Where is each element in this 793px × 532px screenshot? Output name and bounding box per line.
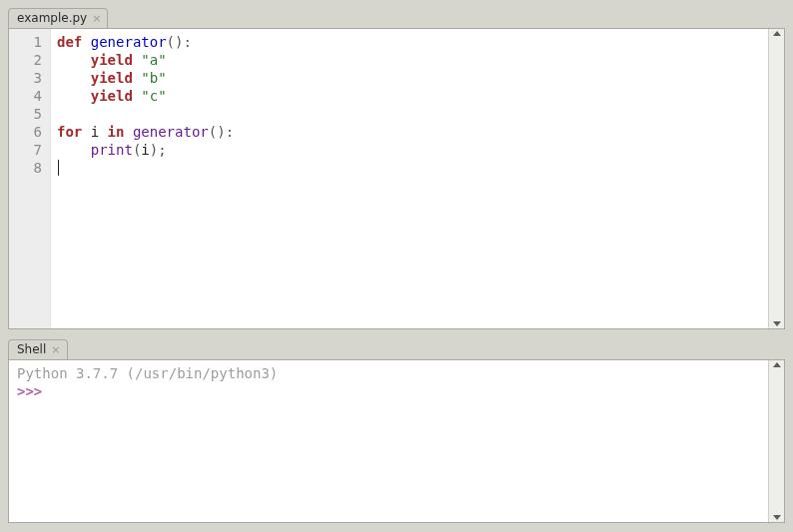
paren: ) (217, 124, 225, 140)
variable: i (91, 124, 99, 140)
shell-scrollbar[interactable] (768, 360, 784, 522)
line-number: 8 (9, 159, 50, 177)
close-icon[interactable]: × (92, 13, 101, 24)
editor-tabbar: example.py × (8, 6, 785, 28)
keyword-def: def (57, 34, 82, 50)
editor-content: 1 2 3 4 5 6 7 8 def generator(): yield "… (8, 28, 785, 329)
line-number: 2 (9, 51, 50, 69)
shell-tab-label: Shell (17, 342, 46, 356)
keyword-yield: yield (91, 70, 133, 86)
paren: ( (209, 124, 217, 140)
scroll-down-icon[interactable] (773, 321, 781, 326)
line-number: 5 (9, 105, 50, 123)
keyword-yield: yield (91, 52, 133, 68)
shell-tabbar: Shell × (8, 337, 785, 359)
semicolon: ; (158, 142, 166, 158)
scroll-track[interactable] (769, 36, 784, 321)
line-number: 7 (9, 141, 50, 159)
line-number: 4 (9, 87, 50, 105)
shell-prompt: >>> (17, 383, 51, 399)
line-number: 6 (9, 123, 50, 141)
keyword-for: for (57, 124, 82, 140)
shell-panel: Shell × Python 3.7.7 (/usr/bin/python3) … (8, 337, 785, 523)
code-area[interactable]: def generator(): yield "a" yield "b" yie… (51, 29, 768, 328)
editor-panel: example.py × 1 2 3 4 5 6 7 8 def generat… (8, 6, 785, 329)
argument: i (141, 142, 149, 158)
shell-area[interactable]: Python 3.7.7 (/usr/bin/python3) >>> (9, 360, 768, 522)
function-call: generator (133, 124, 209, 140)
scroll-track[interactable] (769, 367, 784, 515)
text-cursor (58, 160, 59, 176)
colon: : (183, 34, 191, 50)
function-name: generator (91, 34, 167, 50)
shell-content: Python 3.7.7 (/usr/bin/python3) >>> (8, 359, 785, 523)
function-call: print (91, 142, 133, 158)
string-literal: "a" (141, 52, 166, 68)
editor-tab[interactable]: example.py × (8, 8, 108, 28)
shell-tab[interactable]: Shell × (8, 339, 68, 359)
keyword-yield: yield (91, 88, 133, 104)
editor-tab-label: example.py (17, 11, 87, 25)
editor-scrollbar[interactable] (768, 29, 784, 328)
string-literal: "b" (141, 70, 166, 86)
paren: ( (167, 34, 175, 50)
paren: ) (150, 142, 158, 158)
close-icon[interactable]: × (51, 344, 60, 355)
line-number: 1 (9, 33, 50, 51)
shell-banner: Python 3.7.7 (/usr/bin/python3) (17, 365, 278, 381)
colon: : (226, 124, 234, 140)
keyword-in: in (108, 124, 125, 140)
scroll-down-icon[interactable] (773, 515, 781, 520)
string-literal: "c" (141, 88, 166, 104)
line-number: 3 (9, 69, 50, 87)
editor-gutter: 1 2 3 4 5 6 7 8 (9, 29, 51, 328)
